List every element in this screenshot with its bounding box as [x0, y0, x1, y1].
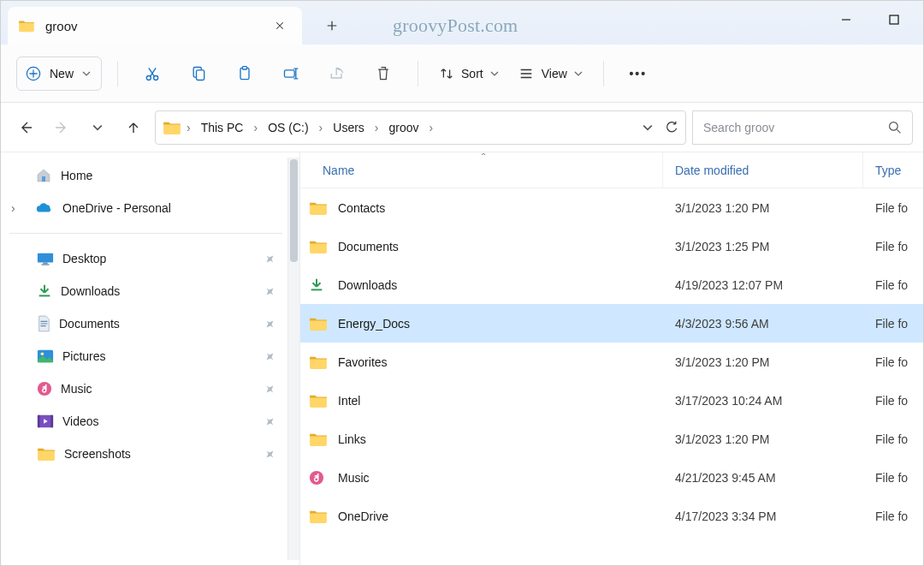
chevron-right-icon[interactable]: › [252, 121, 259, 134]
home-icon [35, 167, 52, 184]
cut-button[interactable] [133, 57, 171, 91]
downloads-icon [37, 283, 52, 299]
minimize-button[interactable] [832, 6, 860, 33]
back-button[interactable] [11, 113, 40, 142]
separator [9, 233, 282, 234]
delete-button[interactable] [364, 57, 402, 91]
breadcrumb-segment[interactable]: This PC [196, 119, 249, 136]
new-tab-button[interactable] [317, 11, 346, 40]
pin-icon [264, 449, 275, 460]
file-name: Energy_Docs [338, 317, 410, 331]
file-name: Favorites [338, 355, 388, 369]
rename-button[interactable] [272, 57, 310, 91]
pin-icon [264, 286, 275, 297]
chevron-down-icon [490, 71, 499, 76]
sidebar-item-music[interactable]: Music [1, 372, 299, 405]
pin-icon [264, 416, 275, 427]
svg-point-15 [41, 352, 44, 355]
column-header-name[interactable]: Name [323, 152, 663, 188]
file-row[interactable]: Documents3/1/2023 1:25 PMFile fo [300, 227, 923, 265]
body: Home › OneDrive - Personal DesktopDownlo… [1, 152, 923, 565]
sidebar-item-onedrive[interactable]: › OneDrive - Personal [1, 192, 299, 224]
sidebar-item-label: Pictures [62, 349, 106, 363]
chevron-right-icon[interactable]: › [373, 121, 381, 134]
sidebar-item-label: Videos [62, 414, 99, 428]
view-button[interactable]: View [512, 57, 588, 91]
separator [418, 61, 418, 86]
more-button[interactable]: ••• [619, 57, 657, 91]
breadcrumb-segment[interactable]: Users [328, 119, 370, 136]
paste-button[interactable] [226, 57, 264, 91]
sidebar-item-home[interactable]: Home [1, 159, 299, 192]
folder-icon [309, 354, 328, 370]
file-date: 4/21/2023 9:45 AM [663, 471, 863, 485]
chevron-right-icon[interactable]: › [185, 121, 192, 134]
sidebar-item-label: Home [61, 169, 92, 182]
sidebar-item-label: Downloads [61, 284, 120, 298]
videos-icon [37, 414, 54, 429]
column-headers: ⌃ Name Date modified Type [300, 152, 923, 188]
chevron-right-icon[interactable]: › [317, 121, 325, 134]
sidebar-item-pictures[interactable]: Pictures [1, 340, 299, 372]
address-bar[interactable]: › This PC › OS (C:) › Users › groov › [155, 110, 686, 145]
sidebar-item-desktop[interactable]: Desktop [1, 242, 299, 275]
sidebar-item-documents[interactable]: Documents [1, 307, 299, 340]
file-row[interactable]: Intel3/17/2023 10:24 AMFile fo [300, 381, 923, 420]
share-button[interactable] [318, 57, 356, 91]
file-date: 3/1/2023 1:25 PM [663, 240, 863, 253]
documents-icon [37, 315, 50, 332]
window-controls [832, 1, 920, 39]
chevron-right-icon[interactable]: › [428, 121, 435, 134]
copy-button[interactable] [180, 57, 217, 91]
folder-icon [18, 19, 35, 33]
up-button[interactable] [119, 113, 148, 142]
scrollbar[interactable] [287, 158, 299, 560]
svg-rect-19 [50, 415, 53, 428]
column-header-type[interactable]: Type [863, 152, 923, 188]
sidebar-item-downloads[interactable]: Downloads [1, 275, 299, 307]
breadcrumb-segment[interactable]: groov [384, 119, 424, 136]
forward-button[interactable] [47, 113, 76, 142]
file-row[interactable]: Links3/1/2023 1:20 PMFile fo [300, 420, 923, 458]
pin-icon [264, 319, 275, 330]
tab-groov[interactable]: groov [8, 7, 302, 45]
file-type: File fo [863, 355, 923, 369]
pin-icon [264, 253, 275, 265]
file-row[interactable]: Downloads4/19/2023 12:07 PMFile fo [300, 265, 923, 304]
file-row[interactable]: OneDrive4/17/2023 3:34 PMFile fo [300, 497, 923, 535]
file-name: Contacts [338, 201, 385, 215]
file-explorer-window: groov groovyPost.com New [0, 0, 924, 566]
watermark: groovyPost.com [393, 15, 518, 37]
scrollbar-thumb[interactable] [290, 159, 298, 262]
file-type: File fo [863, 317, 923, 331]
pictures-icon [37, 349, 54, 364]
svg-rect-10 [42, 176, 45, 182]
sort-button[interactable]: Sort [434, 57, 504, 91]
nav-row: › This PC › OS (C:) › Users › groov › [1, 103, 923, 152]
refresh-button[interactable] [665, 121, 678, 134]
file-row[interactable]: Energy_Docs4/3/2023 9:56 AMFile fo [300, 304, 923, 343]
column-header-date[interactable]: Date modified [663, 152, 863, 188]
file-row[interactable]: Favorites3/1/2023 1:20 PMFile fo [300, 343, 923, 381]
file-name: OneDrive [338, 509, 388, 523]
search-box[interactable] [692, 110, 913, 145]
new-button[interactable]: New [16, 57, 102, 91]
svg-rect-8 [285, 69, 295, 76]
close-tab-button[interactable] [268, 14, 292, 38]
command-toolbar: New Sort Vie [1, 45, 923, 103]
address-dropdown-button[interactable] [643, 124, 653, 131]
folder-icon [309, 239, 328, 254]
file-row[interactable]: Contacts3/1/2023 1:20 PMFile fo [300, 188, 923, 227]
tab-title: groov [45, 19, 258, 33]
file-type: File fo [863, 240, 923, 253]
sidebar-item-screenshots[interactable]: Screenshots [1, 438, 299, 470]
breadcrumb-segment[interactable]: OS (C:) [263, 119, 313, 136]
folder-icon [37, 446, 56, 462]
sidebar-item-videos[interactable]: Videos [1, 405, 299, 438]
search-input[interactable] [703, 121, 888, 134]
chevron-right-icon[interactable]: › [11, 201, 15, 215]
file-row[interactable]: Music4/21/2023 9:45 AMFile fo [300, 458, 923, 497]
folder-icon [309, 393, 328, 408]
maximize-button[interactable] [880, 6, 908, 33]
recent-locations-button[interactable] [83, 113, 112, 142]
